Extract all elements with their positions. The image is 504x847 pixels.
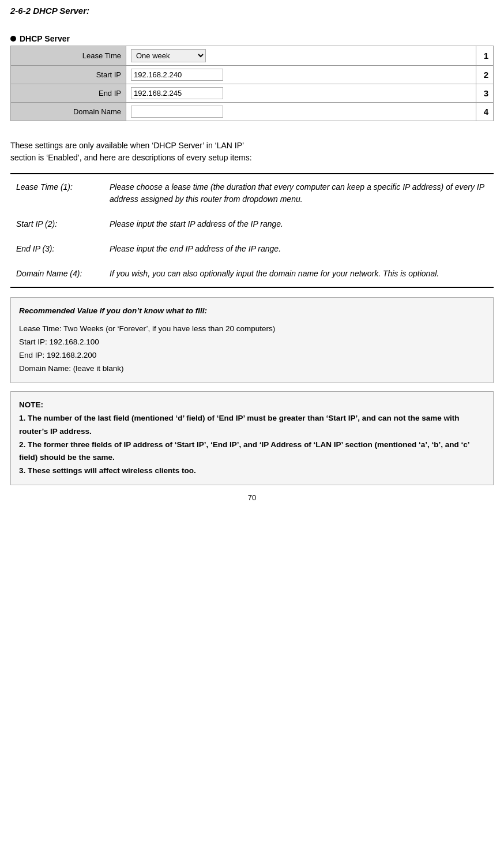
note-line-3: 3. These settings will affect wireless c…: [19, 464, 485, 478]
note-title: NOTE:: [19, 399, 485, 412]
bullet-icon: [10, 36, 16, 42]
recommended-box: Recommended Value if you don’t know what…: [10, 297, 494, 383]
intro-line2: section is ‘Enabled’, and here are descr…: [10, 153, 252, 162]
desc-text-2: Please input the start IP address of the…: [105, 212, 492, 236]
recommended-item-1: Lease Time: Two Weeks (or ‘Forever’, if …: [19, 323, 485, 336]
dhcp-row-1: Lease TimeOne weekTwo weeksForever1: [11, 46, 494, 66]
intro-text: These settings are only available when ‘…: [10, 140, 494, 164]
dhcp-row-2: Start IP2: [11, 66, 494, 84]
row-number-2: 2: [476, 66, 494, 84]
dhcp-header: DHCP Server: [10, 34, 494, 43]
recommended-item-4: Domain Name: (leave it blank): [19, 362, 485, 376]
desc-label-1: Lease Time (1):: [12, 175, 104, 211]
page-title: 2-6-2 DHCP Server:: [10, 6, 494, 16]
lease-time-select[interactable]: One weekTwo weeksForever: [131, 49, 206, 62]
desc-row-2: Start IP (2):Please input the start IP a…: [12, 212, 492, 236]
desc-label-3: End IP (3):: [12, 237, 104, 261]
dhcp-label-start-ip: Start IP: [11, 66, 126, 84]
desc-row-4: Domain Name (4):If you wish, you can als…: [12, 262, 492, 286]
recommended-item-3: End IP: 192.168.2.200: [19, 349, 485, 362]
dhcp-label-lease-time: Lease Time: [11, 46, 126, 66]
row-number-1: 1: [476, 46, 494, 66]
row-number-4: 4: [476, 103, 494, 121]
dhcp-row-4: Domain Name4: [11, 103, 494, 121]
dhcp-table: Lease TimeOne weekTwo weeksForever1Start…: [10, 46, 494, 121]
note-box: NOTE: 1. The number of the last field (m…: [10, 391, 494, 486]
descriptions-table: Lease Time (1):Please choose a lease tim…: [10, 173, 494, 288]
recommended-items: Lease Time: Two Weeks (or ‘Forever’, if …: [19, 323, 485, 376]
desc-label-4: Domain Name (4):: [12, 262, 104, 286]
note-line-1: 1. The number of the last field (mention…: [19, 412, 485, 439]
dhcp-label-domain-name: Domain Name: [11, 103, 126, 121]
desc-text-1: Please choose a lease time (the duration…: [105, 175, 492, 211]
desc-text-4: If you wish, you can also optionally inp…: [105, 262, 492, 286]
dhcp-input-end-ip[interactable]: [131, 87, 223, 99]
dhcp-section-title: DHCP Server: [20, 34, 70, 43]
dhcp-row-3: End IP3: [11, 84, 494, 103]
dhcp-label-end-ip: End IP: [11, 84, 126, 103]
intro-line1: These settings are only available when ‘…: [10, 141, 244, 150]
desc-text-3: Please input the end IP address of the I…: [105, 237, 492, 261]
note-line-2: 2. The former three fields of IP address…: [19, 439, 485, 465]
recommended-title: Recommended Value if you don’t know what…: [19, 305, 485, 318]
dhcp-input-start-ip[interactable]: [131, 69, 223, 81]
page-number: 70: [10, 493, 494, 502]
note-lines: 1. The number of the last field (mention…: [19, 412, 485, 478]
dhcp-server-section: DHCP Server Lease TimeOne weekTwo weeksF…: [10, 34, 494, 121]
row-number-3: 3: [476, 84, 494, 103]
desc-row-3: End IP (3):Please input the end IP addre…: [12, 237, 492, 261]
desc-label-2: Start IP (2):: [12, 212, 104, 236]
dhcp-input-domain-name[interactable]: [131, 106, 223, 118]
desc-row-1: Lease Time (1):Please choose a lease tim…: [12, 175, 492, 211]
recommended-item-2: Start IP: 192.168.2.100: [19, 336, 485, 349]
